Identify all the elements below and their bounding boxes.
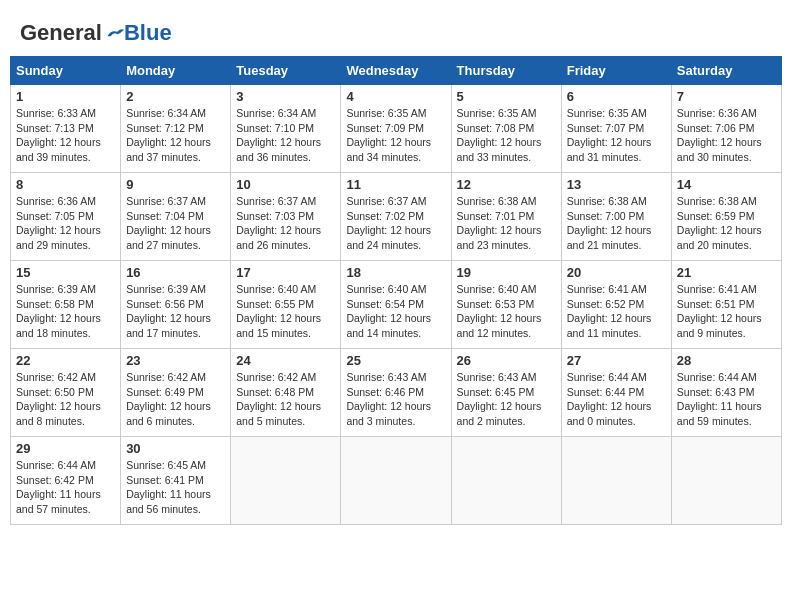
calendar-week-3: 15 Sunrise: 6:39 AMSunset: 6:58 PMDaylig… [11, 261, 782, 349]
day-number: 16 [126, 265, 225, 280]
day-info: Sunrise: 6:43 AMSunset: 6:45 PMDaylight:… [457, 370, 556, 429]
logo-bird-icon [104, 23, 124, 43]
calendar-table: SundayMondayTuesdayWednesdayThursdayFrid… [10, 56, 782, 525]
calendar-cell: 9 Sunrise: 6:37 AMSunset: 7:04 PMDayligh… [121, 173, 231, 261]
calendar-cell: 29 Sunrise: 6:44 AMSunset: 6:42 PMDaylig… [11, 437, 121, 525]
day-info: Sunrise: 6:34 AMSunset: 7:12 PMDaylight:… [126, 106, 225, 165]
day-info: Sunrise: 6:41 AMSunset: 6:51 PMDaylight:… [677, 282, 776, 341]
day-info: Sunrise: 6:44 AMSunset: 6:44 PMDaylight:… [567, 370, 666, 429]
day-number: 22 [16, 353, 115, 368]
day-number: 24 [236, 353, 335, 368]
col-header-tuesday: Tuesday [231, 57, 341, 85]
calendar-cell: 1 Sunrise: 6:33 AMSunset: 7:13 PMDayligh… [11, 85, 121, 173]
day-number: 15 [16, 265, 115, 280]
day-number: 7 [677, 89, 776, 104]
day-info: Sunrise: 6:36 AMSunset: 7:06 PMDaylight:… [677, 106, 776, 165]
day-info: Sunrise: 6:41 AMSunset: 6:52 PMDaylight:… [567, 282, 666, 341]
calendar-cell: 21 Sunrise: 6:41 AMSunset: 6:51 PMDaylig… [671, 261, 781, 349]
day-info: Sunrise: 6:42 AMSunset: 6:49 PMDaylight:… [126, 370, 225, 429]
day-number: 3 [236, 89, 335, 104]
calendar-cell: 23 Sunrise: 6:42 AMSunset: 6:49 PMDaylig… [121, 349, 231, 437]
calendar-cell [671, 437, 781, 525]
calendar-cell: 18 Sunrise: 6:40 AMSunset: 6:54 PMDaylig… [341, 261, 451, 349]
col-header-monday: Monday [121, 57, 231, 85]
day-info: Sunrise: 6:35 AMSunset: 7:08 PMDaylight:… [457, 106, 556, 165]
calendar-cell: 27 Sunrise: 6:44 AMSunset: 6:44 PMDaylig… [561, 349, 671, 437]
day-info: Sunrise: 6:40 AMSunset: 6:54 PMDaylight:… [346, 282, 445, 341]
day-info: Sunrise: 6:36 AMSunset: 7:05 PMDaylight:… [16, 194, 115, 253]
logo: General Blue [20, 20, 172, 46]
calendar-cell: 11 Sunrise: 6:37 AMSunset: 7:02 PMDaylig… [341, 173, 451, 261]
calendar-cell [341, 437, 451, 525]
day-number: 30 [126, 441, 225, 456]
day-info: Sunrise: 6:40 AMSunset: 6:53 PMDaylight:… [457, 282, 556, 341]
day-number: 4 [346, 89, 445, 104]
day-info: Sunrise: 6:43 AMSunset: 6:46 PMDaylight:… [346, 370, 445, 429]
day-number: 25 [346, 353, 445, 368]
col-header-saturday: Saturday [671, 57, 781, 85]
day-info: Sunrise: 6:42 AMSunset: 6:50 PMDaylight:… [16, 370, 115, 429]
day-info: Sunrise: 6:37 AMSunset: 7:04 PMDaylight:… [126, 194, 225, 253]
day-info: Sunrise: 6:35 AMSunset: 7:07 PMDaylight:… [567, 106, 666, 165]
day-number: 26 [457, 353, 556, 368]
day-info: Sunrise: 6:38 AMSunset: 6:59 PMDaylight:… [677, 194, 776, 253]
day-number: 18 [346, 265, 445, 280]
day-number: 28 [677, 353, 776, 368]
day-number: 17 [236, 265, 335, 280]
calendar-cell: 3 Sunrise: 6:34 AMSunset: 7:10 PMDayligh… [231, 85, 341, 173]
day-number: 27 [567, 353, 666, 368]
calendar-cell: 30 Sunrise: 6:45 AMSunset: 6:41 PMDaylig… [121, 437, 231, 525]
calendar-cell: 20 Sunrise: 6:41 AMSunset: 6:52 PMDaylig… [561, 261, 671, 349]
calendar-cell: 22 Sunrise: 6:42 AMSunset: 6:50 PMDaylig… [11, 349, 121, 437]
day-info: Sunrise: 6:39 AMSunset: 6:56 PMDaylight:… [126, 282, 225, 341]
calendar-cell: 10 Sunrise: 6:37 AMSunset: 7:03 PMDaylig… [231, 173, 341, 261]
calendar-cell: 26 Sunrise: 6:43 AMSunset: 6:45 PMDaylig… [451, 349, 561, 437]
calendar-cell: 25 Sunrise: 6:43 AMSunset: 6:46 PMDaylig… [341, 349, 451, 437]
calendar-cell: 14 Sunrise: 6:38 AMSunset: 6:59 PMDaylig… [671, 173, 781, 261]
day-number: 11 [346, 177, 445, 192]
day-info: Sunrise: 6:33 AMSunset: 7:13 PMDaylight:… [16, 106, 115, 165]
day-number: 5 [457, 89, 556, 104]
page-header: General Blue [10, 10, 782, 51]
day-number: 1 [16, 89, 115, 104]
day-info: Sunrise: 6:42 AMSunset: 6:48 PMDaylight:… [236, 370, 335, 429]
calendar-cell: 5 Sunrise: 6:35 AMSunset: 7:08 PMDayligh… [451, 85, 561, 173]
logo-general-text: General [20, 20, 102, 46]
day-number: 19 [457, 265, 556, 280]
calendar-cell: 7 Sunrise: 6:36 AMSunset: 7:06 PMDayligh… [671, 85, 781, 173]
calendar-cell: 24 Sunrise: 6:42 AMSunset: 6:48 PMDaylig… [231, 349, 341, 437]
day-number: 9 [126, 177, 225, 192]
day-number: 10 [236, 177, 335, 192]
day-number: 23 [126, 353, 225, 368]
day-info: Sunrise: 6:38 AMSunset: 7:01 PMDaylight:… [457, 194, 556, 253]
day-info: Sunrise: 6:44 AMSunset: 6:43 PMDaylight:… [677, 370, 776, 429]
day-info: Sunrise: 6:44 AMSunset: 6:42 PMDaylight:… [16, 458, 115, 517]
calendar-week-2: 8 Sunrise: 6:36 AMSunset: 7:05 PMDayligh… [11, 173, 782, 261]
day-number: 14 [677, 177, 776, 192]
calendar-cell: 15 Sunrise: 6:39 AMSunset: 6:58 PMDaylig… [11, 261, 121, 349]
day-info: Sunrise: 6:38 AMSunset: 7:00 PMDaylight:… [567, 194, 666, 253]
calendar-week-1: 1 Sunrise: 6:33 AMSunset: 7:13 PMDayligh… [11, 85, 782, 173]
calendar-cell: 17 Sunrise: 6:40 AMSunset: 6:55 PMDaylig… [231, 261, 341, 349]
calendar-cell: 19 Sunrise: 6:40 AMSunset: 6:53 PMDaylig… [451, 261, 561, 349]
calendar-cell: 2 Sunrise: 6:34 AMSunset: 7:12 PMDayligh… [121, 85, 231, 173]
day-number: 21 [677, 265, 776, 280]
calendar-cell: 8 Sunrise: 6:36 AMSunset: 7:05 PMDayligh… [11, 173, 121, 261]
calendar-cell: 28 Sunrise: 6:44 AMSunset: 6:43 PMDaylig… [671, 349, 781, 437]
day-info: Sunrise: 6:45 AMSunset: 6:41 PMDaylight:… [126, 458, 225, 517]
day-number: 20 [567, 265, 666, 280]
day-info: Sunrise: 6:35 AMSunset: 7:09 PMDaylight:… [346, 106, 445, 165]
col-header-wednesday: Wednesday [341, 57, 451, 85]
day-info: Sunrise: 6:40 AMSunset: 6:55 PMDaylight:… [236, 282, 335, 341]
calendar-week-5: 29 Sunrise: 6:44 AMSunset: 6:42 PMDaylig… [11, 437, 782, 525]
day-number: 13 [567, 177, 666, 192]
day-info: Sunrise: 6:34 AMSunset: 7:10 PMDaylight:… [236, 106, 335, 165]
col-header-thursday: Thursday [451, 57, 561, 85]
calendar-cell: 12 Sunrise: 6:38 AMSunset: 7:01 PMDaylig… [451, 173, 561, 261]
calendar-header-row: SundayMondayTuesdayWednesdayThursdayFrid… [11, 57, 782, 85]
logo-blue-text: Blue [124, 20, 172, 46]
day-number: 2 [126, 89, 225, 104]
day-info: Sunrise: 6:37 AMSunset: 7:02 PMDaylight:… [346, 194, 445, 253]
day-info: Sunrise: 6:37 AMSunset: 7:03 PMDaylight:… [236, 194, 335, 253]
col-header-friday: Friday [561, 57, 671, 85]
